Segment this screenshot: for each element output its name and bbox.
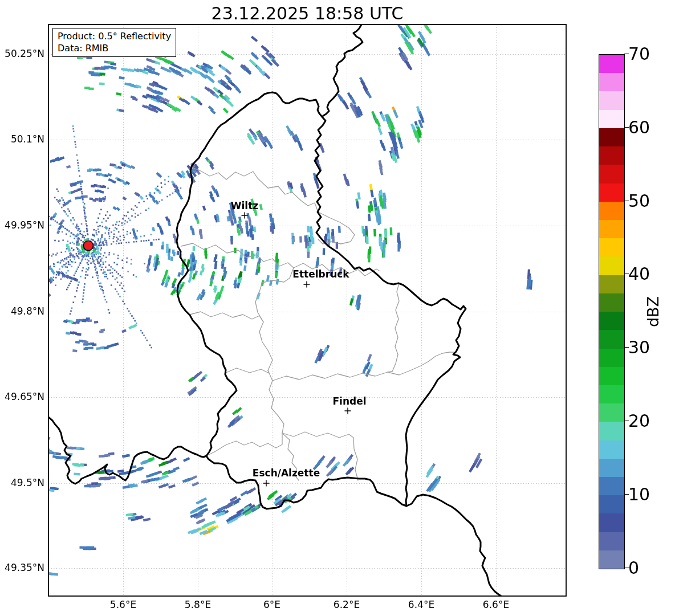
colorbar-tick-label: 60 bbox=[628, 119, 650, 136]
colorbar-tick-mark bbox=[624, 274, 629, 274]
info-box: Product: 0.5° Reflectivity Data: RMIB bbox=[52, 28, 176, 57]
colorbar-tick-mark bbox=[624, 54, 629, 54]
colorbar-segment bbox=[599, 73, 624, 91]
x-tick-label: 5.8°E bbox=[172, 599, 223, 610]
colorbar-segment bbox=[599, 422, 624, 440]
colorbar-tick-label: 40 bbox=[628, 266, 650, 283]
city-label: Esch/Alzette bbox=[253, 467, 320, 479]
colorbar-segment bbox=[599, 385, 624, 403]
colorbar-segment bbox=[599, 513, 624, 532]
colorbar-tick-label: 50 bbox=[628, 193, 650, 210]
colorbar-tick-label: 20 bbox=[628, 413, 650, 430]
city-label: Wiltz bbox=[231, 200, 258, 211]
colorbar-tick-label: 10 bbox=[628, 486, 650, 503]
colorbar-tick-mark bbox=[624, 421, 629, 421]
colorbar-segment bbox=[599, 459, 624, 477]
colorbar-segment bbox=[599, 220, 624, 238]
colorbar-axis-label: dBZ bbox=[644, 293, 675, 330]
colorbar-segment bbox=[599, 238, 624, 256]
colorbar-segment bbox=[599, 367, 624, 385]
colorbar-tick-label: 0 bbox=[628, 560, 639, 577]
x-tick-label: 6.4°E bbox=[396, 599, 447, 610]
colorbar-tick-mark bbox=[624, 347, 629, 348]
colorbar-segment bbox=[599, 477, 624, 495]
colorbar-segment bbox=[599, 330, 624, 348]
colorbar-segment bbox=[599, 550, 624, 569]
x-tick-label: 6.2°E bbox=[321, 599, 372, 610]
colorbar-segment bbox=[599, 146, 624, 165]
colorbar-segment bbox=[599, 202, 624, 220]
y-tick-label: 50.1°N bbox=[0, 133, 44, 145]
colorbar-segment bbox=[599, 293, 624, 312]
radar-app-window: 23.12.2025 18:58 UTC Product: 0.5° Refle… bbox=[0, 0, 675, 616]
colorbar-segment bbox=[599, 440, 624, 459]
colorbar-segment bbox=[599, 256, 624, 275]
y-tick-label: 49.95°N bbox=[0, 219, 44, 231]
colorbar-segment bbox=[599, 532, 624, 550]
info-box-product-line: Product: 0.5° Reflectivity bbox=[58, 30, 171, 42]
y-tick-label: 49.8°N bbox=[0, 305, 44, 317]
city-label: Findel bbox=[332, 395, 366, 407]
y-tick-label: 49.5°N bbox=[0, 477, 44, 488]
colorbar-segment bbox=[599, 128, 624, 146]
colorbar-segment bbox=[599, 312, 624, 330]
colorbar-segment bbox=[599, 110, 624, 128]
colorbar-segment bbox=[599, 91, 624, 109]
y-tick-label: 50.25°N bbox=[0, 48, 44, 59]
colorbar-segment bbox=[599, 495, 624, 513]
colorbar-segment bbox=[599, 55, 624, 73]
info-box-data-line: Data: RMIB bbox=[58, 42, 171, 54]
colorbar-tick-label: 70 bbox=[628, 46, 650, 63]
city-label: Ettelbruck bbox=[292, 268, 349, 280]
colorbar-tick-mark bbox=[624, 494, 629, 495]
colorbar-segment bbox=[599, 403, 624, 422]
x-tick-label: 6°E bbox=[246, 599, 298, 610]
colorbar-tick-mark bbox=[624, 568, 629, 568]
colorbar-tick-mark bbox=[624, 201, 629, 201]
colorbar-segment bbox=[599, 165, 624, 183]
x-tick-label: 5.6°E bbox=[97, 599, 149, 610]
colorbar-segment bbox=[599, 349, 624, 367]
page-title: 23.12.2025 18:58 UTC bbox=[48, 3, 566, 23]
colorbar-segment bbox=[599, 183, 624, 202]
y-tick-label: 49.65°N bbox=[0, 391, 44, 402]
colorbar-segment bbox=[599, 275, 624, 293]
y-tick-label: 49.35°N bbox=[0, 562, 44, 573]
x-tick-label: 6.6°E bbox=[470, 599, 522, 610]
colorbar-tick-mark bbox=[624, 127, 629, 128]
colorbar bbox=[599, 54, 625, 569]
radar-map-canvas bbox=[0, 0, 675, 616]
colorbar-tick-label: 30 bbox=[628, 339, 650, 356]
